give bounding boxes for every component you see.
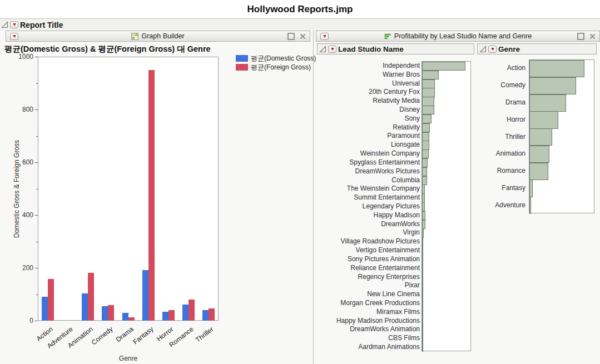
bar-domestic-comedy[interactable] — [102, 306, 108, 321]
genre-label: Thriller — [476, 132, 525, 141]
genre-bar[interactable] — [529, 77, 576, 94]
y-axis-tick-label: 1000 — [11, 53, 33, 61]
genre-bar[interactable] — [529, 60, 584, 77]
studio-label: Relativity — [316, 123, 420, 132]
studio-bar[interactable] — [422, 273, 423, 282]
legend-swatch — [236, 55, 248, 62]
genre-label: Comedy — [476, 81, 525, 89]
genre-bar[interactable] — [529, 111, 558, 128]
studio-label: Columbia — [316, 176, 420, 185]
genre-label: Romance — [476, 166, 525, 175]
studio-bar[interactable] — [422, 97, 434, 106]
bar-foreign-animation[interactable] — [88, 273, 94, 321]
y-axis-major-tick — [35, 268, 38, 268]
bar-domestic-animation[interactable] — [82, 293, 88, 321]
genre-bar[interactable] — [529, 163, 548, 180]
studio-label: Legendary Pictures — [316, 202, 420, 211]
studio-label: The Weinstein Company — [316, 184, 420, 193]
studio-label: DreamWorks — [316, 220, 420, 228]
y-axis-tick-label: 800 — [11, 106, 33, 113]
studio-label: Reliance Entertainment — [316, 263, 420, 272]
bar-foreign-horror[interactable] — [168, 310, 175, 321]
studio-bar[interactable] — [422, 237, 423, 246]
studio-label: Lionsgate — [316, 140, 420, 149]
studio-bar[interactable] — [422, 299, 423, 308]
y-axis-minor-tick — [36, 295, 38, 295]
studio-bar[interactable] — [422, 158, 428, 167]
bar-domestic-romance[interactable] — [182, 305, 189, 321]
studio-bar[interactable] — [422, 220, 425, 229]
studio-bar[interactable] — [422, 88, 435, 97]
studio-bar[interactable] — [422, 317, 423, 326]
genre-bar[interactable] — [529, 128, 552, 146]
studio-label: Paramount — [316, 131, 420, 140]
bar-domestic-horror[interactable] — [162, 312, 168, 321]
studio-label: Miramax Films — [316, 307, 420, 316]
studio-bar[interactable] — [422, 123, 430, 132]
studio-bar[interactable] — [422, 308, 423, 317]
studio-bar[interactable] — [422, 193, 425, 202]
genre-label: Adventure — [476, 201, 525, 210]
studio-bar[interactable] — [422, 149, 429, 158]
studio-bar[interactable] — [422, 132, 429, 141]
studio-bar[interactable] — [422, 185, 425, 193]
studio-bar[interactable] — [422, 290, 423, 299]
y-axis-major-tick — [35, 162, 38, 163]
bar-foreign-action[interactable] — [48, 279, 54, 321]
y-axis-minor-tick — [36, 242, 38, 242]
studio-label: Aardman Animations — [316, 342, 420, 351]
studio-bar[interactable] — [422, 114, 432, 123]
studio-bar[interactable] — [422, 264, 423, 273]
studio-label: Disney — [316, 105, 420, 114]
studio-bar[interactable] — [422, 211, 425, 220]
genre-bar[interactable] — [529, 94, 566, 112]
studio-label: Pixar — [316, 281, 420, 290]
y-axis-major-tick — [35, 215, 38, 216]
bar-foreign-comedy[interactable] — [108, 305, 114, 321]
studio-bar[interactable] — [422, 106, 434, 114]
genre-label: Drama — [476, 98, 525, 107]
bar-foreign-thriller[interactable] — [209, 308, 215, 321]
y-axis-tick-label: 0 — [11, 317, 33, 325]
studio-bar[interactable] — [422, 343, 423, 352]
genre-bar[interactable] — [529, 179, 533, 197]
studio-bar[interactable] — [422, 326, 423, 335]
genre-label: Horror — [476, 115, 525, 124]
bar-foreign-fantasy[interactable] — [148, 70, 155, 321]
studio-label: Village Roadshow Pictures — [316, 237, 420, 246]
studio-bar[interactable] — [422, 255, 423, 264]
bar-domestic-fantasy[interactable] — [142, 270, 148, 321]
bar-foreign-romance[interactable] — [189, 300, 195, 321]
studio-label: Weinstein Company — [316, 149, 420, 158]
y-axis-major-tick — [35, 57, 38, 57]
genre-bar[interactable] — [529, 197, 531, 214]
studio-bar[interactable] — [422, 202, 425, 211]
studio-bar[interactable] — [422, 176, 427, 185]
studio-label: 20th Century Fox — [316, 87, 420, 96]
studio-label: New Line Cinema — [316, 290, 420, 298]
bar-foreign-drama[interactable] — [128, 317, 135, 321]
y-axis-tick-label: 200 — [11, 264, 33, 272]
studio-bar[interactable] — [422, 246, 423, 255]
studio-label: Virgin — [316, 228, 420, 237]
studio-label: Independent — [316, 61, 420, 70]
studio-label: CBS Films — [316, 333, 420, 342]
studio-bar[interactable] — [422, 62, 465, 71]
bar-domestic-action[interactable] — [42, 297, 48, 321]
studio-bar[interactable] — [422, 141, 429, 149]
legend-entry: 평균(Domestic Gross) — [236, 54, 316, 63]
studio-bar[interactable] — [422, 334, 423, 343]
legend-label: 평균(Domestic Gross) — [251, 54, 316, 63]
studio-label: Sony Pictures Animation — [316, 255, 420, 263]
bar-domestic-thriller[interactable] — [202, 310, 209, 321]
studio-bar[interactable] — [422, 71, 439, 79]
studio-bar[interactable] — [422, 79, 435, 88]
studio-bar[interactable] — [422, 167, 427, 176]
studio-label: Summit Entertainment — [316, 193, 420, 202]
studio-bar[interactable] — [422, 281, 423, 290]
genre-bar[interactable] — [529, 146, 549, 163]
studio-bar[interactable] — [422, 229, 424, 238]
bar-domestic-drama[interactable] — [122, 313, 128, 321]
studio-label: Relativity Media — [316, 96, 420, 105]
legend-label: 평균(Foreign Gross) — [251, 63, 311, 72]
